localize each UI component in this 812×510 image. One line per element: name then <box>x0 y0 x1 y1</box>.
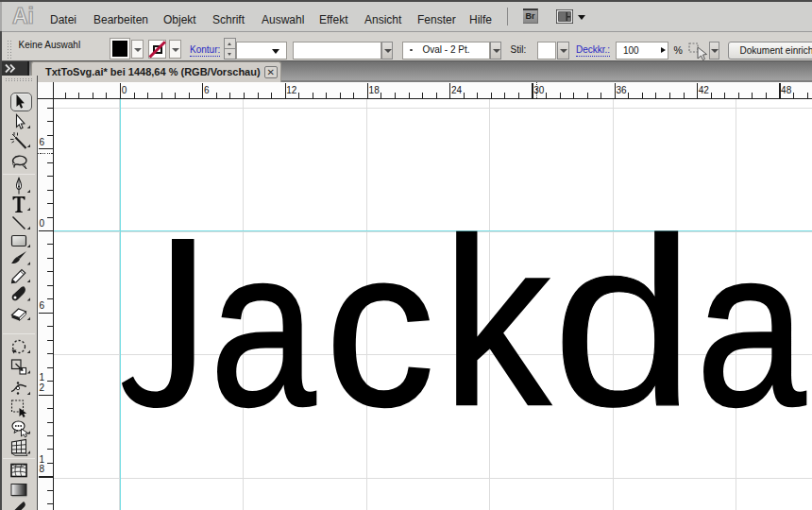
svg-text:1: 1 <box>40 454 45 465</box>
svg-text:18: 18 <box>369 85 381 95</box>
svg-text:0: 0 <box>40 218 45 229</box>
svg-text:12: 12 <box>286 85 297 95</box>
svg-text:30: 30 <box>533 85 545 95</box>
svg-text:36: 36 <box>617 85 628 95</box>
svg-text:0: 0 <box>122 85 127 95</box>
svg-text:2: 2 <box>40 382 45 393</box>
svg-text:42: 42 <box>699 85 710 95</box>
svg-text:6: 6 <box>40 300 45 311</box>
svg-text:24: 24 <box>451 85 463 95</box>
svg-text:6: 6 <box>40 137 45 147</box>
svg-text:48: 48 <box>781 85 792 95</box>
svg-text:8: 8 <box>40 464 45 474</box>
svg-text:1: 1 <box>40 372 45 382</box>
svg-text:6: 6 <box>204 85 210 95</box>
